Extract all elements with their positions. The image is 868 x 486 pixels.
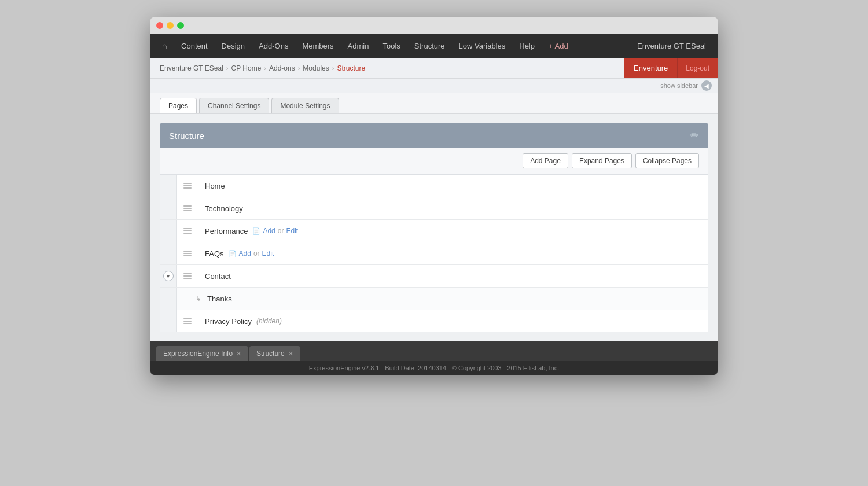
- breadcrumb-item-cp-home[interactable]: CP Home: [231, 64, 262, 72]
- close-button[interactable]: [156, 22, 163, 29]
- logout-button[interactable]: Log-out: [677, 58, 718, 78]
- app-window: ⌂ Content Design Add-Ons Members Admin T…: [150, 17, 718, 375]
- table-row: Privacy Policy (hidden): [160, 310, 708, 332]
- nav-item-admin[interactable]: Admin: [341, 34, 376, 58]
- tab-pages[interactable]: Pages: [160, 98, 197, 113]
- tab-channel-settings[interactable]: Channel Settings: [199, 98, 269, 113]
- structure-title: Structure: [169, 131, 204, 141]
- add-icon-faqs: 📄: [229, 250, 237, 257]
- edit-link-faqs[interactable]: Edit: [262, 249, 274, 257]
- page-actions-performance: 📄 Add or Edit: [252, 227, 298, 235]
- expand-contact[interactable]: ▾: [160, 265, 177, 287]
- breadcrumb-sep-3: ›: [298, 65, 300, 72]
- table-row: ▾ Contact: [160, 265, 708, 288]
- page-content-contact: Contact: [198, 267, 708, 285]
- show-sidebar-label: show sidebar: [660, 82, 698, 89]
- edit-link-performance[interactable]: Edit: [286, 227, 298, 235]
- footer-text: ExpressionEngine v2.8.1 - Build Date: 20…: [309, 365, 559, 371]
- page-name-contact: Contact: [205, 272, 231, 281]
- navbar: ⌂ Content Design Add-Ons Members Admin T…: [150, 34, 718, 58]
- edit-icon: ✏: [690, 129, 699, 142]
- nav-site-name: Enventure GT ESeal: [637, 42, 713, 50]
- table-row: Performance 📄 Add or Edit: [160, 220, 708, 242]
- expand-placeholder-privacy: [160, 310, 177, 332]
- add-icon-performance: 📄: [252, 227, 260, 235]
- close-tab-ee-info[interactable]: ✕: [236, 350, 241, 358]
- page-content-technology: Technology: [198, 200, 708, 218]
- show-sidebar-button[interactable]: ◀: [701, 80, 712, 91]
- action-row: Add Page Expand Pages Collapse Pages: [160, 148, 708, 175]
- expand-placeholder: [160, 197, 177, 219]
- page-name-privacy: Privacy Policy: [205, 317, 252, 326]
- expand-placeholder-thanks: [160, 288, 177, 310]
- page-content-home: Home: [198, 177, 708, 195]
- breadcrumb-item-modules[interactable]: Modules: [303, 64, 329, 72]
- pages-list: Home Technology: [160, 175, 708, 332]
- drag-handle[interactable]: [177, 175, 198, 197]
- breadcrumb-user: Enventure: [624, 58, 677, 78]
- nav-item-members[interactable]: Members: [295, 34, 340, 58]
- structure-section: Structure ✏ Add Page Expand Pages Collap…: [160, 123, 708, 332]
- nav-item-help[interactable]: Help: [512, 34, 542, 58]
- nav-item-design[interactable]: Design: [215, 34, 252, 58]
- nav-item-content[interactable]: Content: [174, 34, 215, 58]
- table-row: Technology: [160, 197, 708, 220]
- breadcrumb-sep-4: ›: [332, 65, 334, 72]
- titlebar: [150, 17, 718, 34]
- table-row: ↳ Thanks: [160, 288, 708, 310]
- add-link-performance[interactable]: Add: [263, 227, 275, 235]
- structure-header: Structure ✏: [160, 123, 708, 148]
- page-name-faqs: FAQs: [205, 249, 224, 258]
- drag-handle[interactable]: [177, 242, 198, 264]
- page-actions-faqs: 📄 Add or Edit: [229, 249, 274, 257]
- page-content-privacy: Privacy Policy (hidden): [198, 312, 708, 330]
- add-page-button[interactable]: Add Page: [523, 153, 568, 168]
- drag-handle[interactable]: [177, 265, 198, 287]
- table-row: FAQs 📄 Add or Edit: [160, 242, 708, 265]
- bottom-tab-ee-info[interactable]: ExpressionEngine Info ✕: [156, 346, 248, 361]
- breadcrumb-bar: Enventure GT ESeal › CP Home › Add-ons ›…: [150, 58, 718, 79]
- nav-home[interactable]: ⌂: [155, 34, 174, 58]
- page-content-faqs: FAQs 📄 Add or Edit: [198, 245, 708, 263]
- page-name-home: Home: [205, 182, 225, 190]
- collapse-pages-button[interactable]: Collapse Pages: [635, 153, 699, 168]
- drag-handle-thanks[interactable]: ↳: [177, 288, 200, 310]
- show-sidebar-row: show sidebar ◀: [150, 79, 718, 93]
- breadcrumb-sep-2: ›: [264, 65, 266, 72]
- nav-item-addons[interactable]: Add-Ons: [252, 34, 295, 58]
- page-content-performance: Performance 📄 Add or Edit: [198, 222, 708, 240]
- bottom-tab-structure[interactable]: Structure ✕: [249, 346, 300, 361]
- table-row: Home: [160, 175, 708, 197]
- expand-pages-button[interactable]: Expand Pages: [572, 153, 632, 168]
- expand-placeholder: [160, 175, 177, 197]
- drag-handle[interactable]: [177, 197, 198, 219]
- nav-item-add[interactable]: + Add: [542, 34, 575, 58]
- page-name-thanks: Thanks: [207, 294, 232, 303]
- expand-placeholder: [160, 242, 177, 264]
- breadcrumb-item-addons[interactable]: Add-ons: [269, 64, 295, 72]
- add-link-faqs[interactable]: Add: [239, 249, 251, 257]
- breadcrumb-item-structure[interactable]: Structure: [337, 64, 365, 72]
- minimize-button[interactable]: [167, 22, 174, 29]
- tab-module-settings[interactable]: Module Settings: [271, 98, 339, 113]
- expand-circle-contact[interactable]: ▾: [163, 271, 174, 281]
- maximize-button[interactable]: [177, 22, 184, 29]
- hidden-badge-privacy: (hidden): [256, 317, 282, 325]
- nav-item-low-variables[interactable]: Low Variables: [452, 34, 513, 58]
- expand-placeholder: [160, 220, 177, 242]
- page-content-thanks: Thanks: [200, 290, 708, 308]
- close-tab-structure[interactable]: ✕: [288, 350, 293, 358]
- breadcrumb-sep-1: ›: [226, 65, 229, 72]
- tab-row: Pages Channel Settings Module Settings: [150, 93, 718, 114]
- breadcrumb: Enventure GT ESeal › CP Home › Add-ons ›…: [150, 64, 624, 72]
- breadcrumb-item-home[interactable]: Enventure GT ESeal: [160, 64, 223, 72]
- nav-item-structure[interactable]: Structure: [407, 34, 452, 58]
- page-name-technology: Technology: [205, 204, 243, 213]
- page-name-performance: Performance: [205, 227, 248, 235]
- drag-handle-privacy[interactable]: [177, 310, 198, 332]
- nav-item-tools[interactable]: Tools: [376, 34, 407, 58]
- bottom-tab-ee-info-label: ExpressionEngine Info: [163, 349, 233, 358]
- footer: ExpressionEngine v2.8.1 - Build Date: 20…: [150, 361, 718, 375]
- drag-handle[interactable]: [177, 220, 198, 242]
- main-content: Structure ✏ Add Page Expand Pages Collap…: [150, 114, 718, 341]
